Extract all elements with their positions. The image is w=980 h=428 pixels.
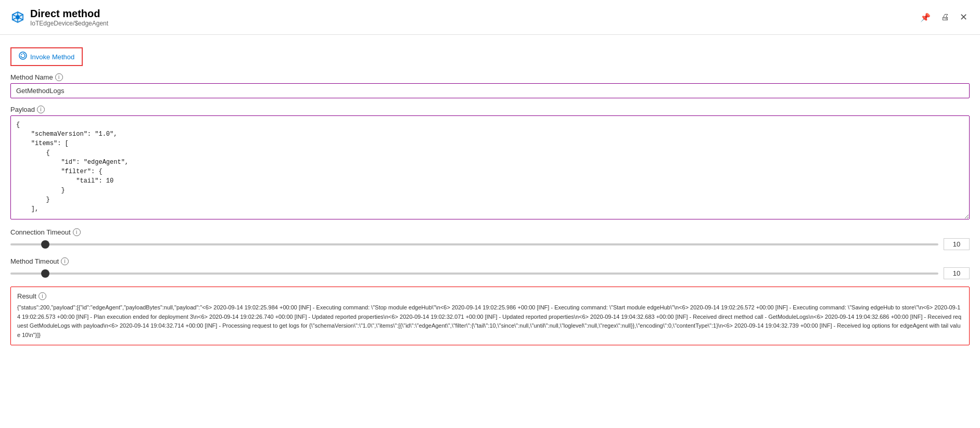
- connection-timeout-container: Connection Timeout i 10: [10, 228, 970, 250]
- connection-timeout-slider-row: 10: [10, 238, 970, 250]
- refresh-icon: [19, 51, 27, 60]
- payload-container: { "schemaVersion": "1.0", "items": [ { "…: [10, 115, 970, 221]
- connection-timeout-label: Connection Timeout i: [10, 228, 970, 236]
- pin-button[interactable]: 📌: [918, 10, 933, 24]
- header-divider: [0, 34, 980, 35]
- result-label: Result i: [17, 292, 963, 300]
- method-timeout-info-icon[interactable]: i: [61, 257, 69, 265]
- payload-textarea[interactable]: { "schemaVersion": "1.0", "items": [ { "…: [10, 115, 970, 219]
- panel-content: Invoke Method Method Name i Payload i { …: [0, 42, 980, 356]
- method-timeout-label: Method Timeout i: [10, 257, 970, 265]
- svg-point-9: [19, 52, 27, 59]
- method-timeout-container: Method Timeout i 10: [10, 257, 970, 279]
- method-name-info-icon[interactable]: i: [55, 73, 63, 81]
- method-timeout-slider-row: 10: [10, 267, 970, 279]
- connection-timeout-info-icon[interactable]: i: [73, 228, 81, 236]
- result-content: {"status":200,"payload":[{"id":"edgeAgen…: [17, 303, 963, 340]
- print-button[interactable]: 🖨: [939, 10, 951, 24]
- connection-timeout-slider[interactable]: [10, 243, 938, 245]
- panel-title-text: Direct method IoTEdgeDevice/$edgeAgent: [30, 7, 108, 27]
- method-timeout-slider[interactable]: [10, 273, 938, 275]
- panel-title-area: Direct method IoTEdgeDevice/$edgeAgent: [10, 7, 108, 27]
- azure-iot-icon: [10, 10, 25, 24]
- invoke-method-icon: [19, 51, 27, 62]
- close-button[interactable]: ✕: [958, 9, 970, 25]
- close-icon: ✕: [960, 11, 968, 23]
- pin-icon: 📌: [920, 12, 931, 22]
- connection-timeout-value: 10: [944, 238, 970, 250]
- panel-title: Direct method: [30, 7, 108, 20]
- panel-header: Direct method IoTEdgeDevice/$edgeAgent 📌…: [0, 0, 980, 30]
- result-section: Result i {"status":200,"payload":[{"id":…: [10, 287, 970, 345]
- svg-marker-10: [21, 54, 23, 55]
- method-name-input[interactable]: [10, 83, 970, 98]
- panel-subtitle: IoTEdgeDevice/$edgeAgent: [30, 20, 108, 27]
- header-icons: 📌 🖨 ✕: [918, 9, 970, 25]
- payload-label: Payload i: [10, 106, 970, 113]
- method-timeout-value: 10: [944, 267, 970, 279]
- payload-info-icon[interactable]: i: [37, 106, 45, 113]
- svg-point-2: [16, 15, 20, 19]
- print-icon: 🖨: [941, 12, 949, 22]
- invoke-method-button[interactable]: Invoke Method: [10, 47, 83, 66]
- direct-method-panel: Direct method IoTEdgeDevice/$edgeAgent 📌…: [0, 0, 980, 428]
- invoke-method-label: Invoke Method: [30, 53, 74, 61]
- result-info-icon[interactable]: i: [39, 292, 46, 300]
- method-name-label: Method Name i: [10, 73, 970, 81]
